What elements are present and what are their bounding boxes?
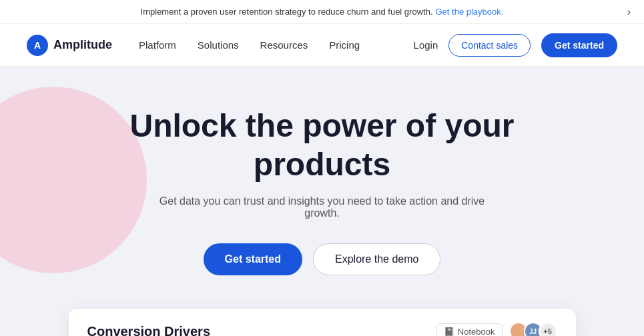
- notebook-button[interactable]: 📓 Notebook: [436, 323, 503, 336]
- banner-text: Implement a proven user retention strate…: [141, 7, 433, 17]
- logo[interactable]: A Amplitude: [27, 35, 112, 56]
- nav-links: Platform Solutions Resources Pricing: [139, 39, 414, 51]
- announcement-banner: Implement a proven user retention strate…: [0, 0, 644, 24]
- card-title: Conversion Drivers: [87, 324, 211, 336]
- nav-resources[interactable]: Resources: [260, 39, 308, 51]
- avatar-group: JJ +5: [509, 322, 557, 336]
- hero-get-started-button[interactable]: Get started: [204, 243, 302, 275]
- contact-sales-button[interactable]: Contact sales: [448, 34, 531, 57]
- notebook-icon: 📓: [444, 327, 454, 336]
- demo-card: Conversion Drivers 📓 Notebook JJ +5 Conv…: [69, 309, 576, 336]
- hero-section: Unlock the power of your products Get da…: [0, 67, 644, 336]
- card-actions: 📓 Notebook JJ +5: [436, 322, 557, 336]
- get-started-nav-button[interactable]: Get started: [541, 33, 617, 57]
- nav-right: Login Contact sales Get started: [414, 33, 617, 57]
- banner-link[interactable]: Get the playbook.: [436, 7, 504, 17]
- banner-chevron-icon[interactable]: ›: [627, 6, 631, 18]
- avatar-plus: +5: [539, 322, 557, 336]
- hero-explore-demo-button[interactable]: Explore the demo: [313, 243, 440, 275]
- hero-subtitle: Get data you can trust and insights you …: [155, 195, 489, 219]
- nav-solutions[interactable]: Solutions: [198, 39, 239, 51]
- nav-pricing[interactable]: Pricing: [329, 39, 360, 51]
- logo-wordmark: Amplitude: [53, 38, 112, 52]
- login-button[interactable]: Login: [414, 39, 438, 51]
- logo-icon: A: [27, 35, 48, 56]
- card-header: Conversion Drivers 📓 Notebook JJ +5: [87, 322, 557, 336]
- hero-title: Unlock the power of your products: [122, 107, 523, 183]
- hero-buttons: Get started Explore the demo: [13, 243, 631, 275]
- hero-content: Unlock the power of your products Get da…: [13, 107, 631, 336]
- nav-platform[interactable]: Platform: [139, 39, 176, 51]
- navbar: A Amplitude Platform Solutions Resources…: [0, 24, 644, 67]
